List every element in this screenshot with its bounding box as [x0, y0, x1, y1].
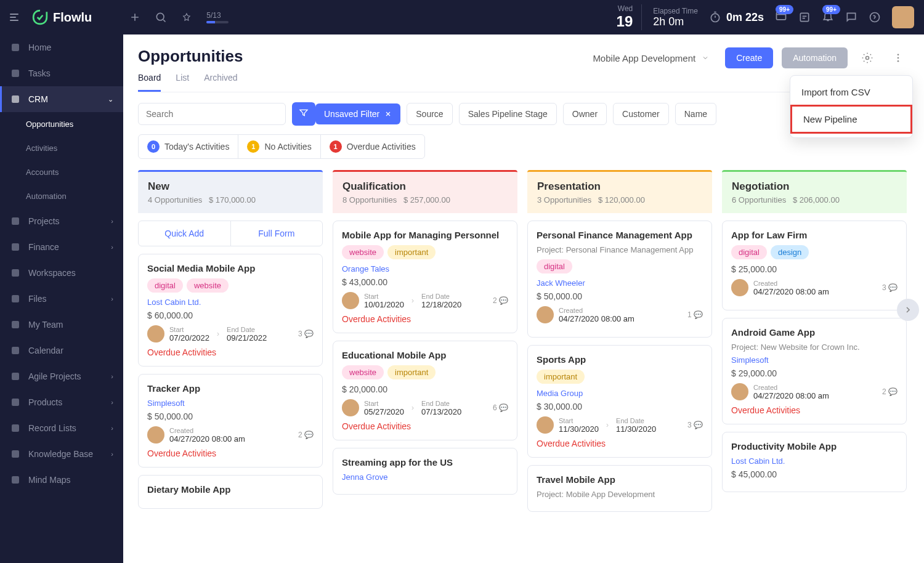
card-link[interactable]: Lost Cabin Ltd. [147, 298, 314, 307]
sidebar-item-products[interactable]: Products› [0, 389, 123, 415]
overdue-indicator[interactable]: Overdue Activities [537, 439, 703, 448]
opportunity-card[interactable]: Educational Mobile Appwebsiteimportant$ … [333, 341, 517, 440]
opportunity-card[interactable]: Mobile App for Managing Personnelwebsite… [333, 221, 517, 333]
filter-chip-owner[interactable]: Owner [563, 103, 607, 125]
filter-chip-sales-pipeline-stage[interactable]: Sales Pipeline Stage [459, 103, 557, 125]
tag[interactable]: website [342, 245, 384, 259]
dropdown-item-new-pipeline[interactable]: New Pipeline [790, 105, 912, 134]
sidebar-item-knowledge-base[interactable]: Knowledge Base› [0, 441, 123, 467]
tag[interactable]: important [387, 245, 436, 259]
more-button[interactable] [887, 47, 909, 69]
tag[interactable]: website [187, 278, 229, 293]
sidebar-item-my-team[interactable]: My Team [0, 312, 123, 338]
help-icon[interactable] [869, 11, 881, 23]
sidebar-item-finance[interactable]: Finance› [0, 234, 123, 260]
tag[interactable]: website [342, 365, 384, 379]
comment-count[interactable]: 2 💬 [882, 387, 898, 396]
card-link[interactable]: Jenna Grove [342, 472, 508, 482]
filter-chip-source[interactable]: Source [407, 103, 452, 125]
sidebar-item-tasks[interactable]: Tasks [0, 60, 123, 86]
brand-logo[interactable]: Flowlu [32, 9, 92, 25]
overdue-indicator[interactable]: Overdue Activities [342, 421, 508, 431]
comment-count[interactable]: 3 💬 [882, 283, 898, 292]
column-header[interactable]: Presentation3 Opportunities $ 120,000.00 [527, 170, 712, 213]
tab-list[interactable]: List [176, 73, 189, 92]
activity-filter-overdue-activities[interactable]: 1Overdue Activities [321, 135, 424, 158]
assignee-avatar[interactable] [731, 279, 748, 296]
opportunity-card[interactable]: Tracker AppSimplesoft$ 50,000.00Created0… [138, 374, 323, 468]
sidebar-item-record-lists[interactable]: Record Lists› [0, 415, 123, 441]
tag[interactable]: design [771, 245, 809, 259]
sidebar-item-calendar[interactable]: Calendar [0, 338, 123, 363]
unsaved-filter-chip[interactable]: Unsaved Filter [315, 103, 400, 124]
tag[interactable]: important [387, 365, 436, 379]
user-avatar[interactable] [892, 6, 914, 28]
search-input[interactable] [138, 103, 286, 125]
card-link[interactable]: Lost Cabin Ltd. [731, 456, 898, 466]
full-form-button[interactable]: Full Form [231, 221, 323, 246]
automation-button[interactable]: Automation [782, 47, 848, 68]
opportunity-card[interactable]: Dietary Mobile App [138, 475, 323, 509]
create-button[interactable]: Create [725, 47, 773, 68]
overdue-indicator[interactable]: Overdue Activities [731, 405, 898, 415]
column-header[interactable]: Qualification8 Opportunities $ 257,000.0… [333, 170, 517, 213]
sidebar-item-crm[interactable]: CRM⌄ [0, 86, 123, 112]
tag[interactable]: digital [537, 259, 572, 273]
opportunity-card[interactable]: Personal Finance Management AppProject: … [527, 221, 712, 338]
overdue-indicator[interactable]: Overdue Activities [147, 448, 314, 458]
comment-count[interactable]: 1 💬 [687, 310, 703, 319]
opportunity-card[interactable]: App for Law Firmdigitaldesign$ 25,000.00… [722, 221, 907, 310]
opportunity-card[interactable]: Android Game AppProject: New Website for… [722, 318, 907, 424]
comment-count[interactable]: 2 💬 [298, 431, 314, 439]
assignee-avatar[interactable] [342, 292, 359, 309]
pin-icon[interactable] [180, 11, 193, 23]
overdue-indicator[interactable]: Overdue Activities [147, 347, 314, 357]
pipeline-selector[interactable]: Mobile App Development [585, 48, 716, 68]
assignee-avatar[interactable] [342, 399, 359, 416]
notes-icon[interactable] [798, 11, 811, 23]
chat-icon[interactable] [845, 11, 857, 23]
sidebar-subitem-automation[interactable]: Automation [0, 184, 123, 208]
sidebar-subitem-accounts[interactable]: Accounts [0, 160, 123, 184]
assignee-avatar[interactable] [731, 383, 748, 400]
assignee-avatar[interactable] [537, 306, 554, 323]
sidebar-item-workspaces[interactable]: Workspaces [0, 260, 123, 286]
activity-filter-no-activities[interactable]: 1No Activities [238, 135, 320, 158]
onboarding-progress[interactable]: 5/13 [206, 11, 229, 23]
card-link[interactable]: Simplesoft [147, 399, 314, 408]
search-icon[interactable] [155, 11, 167, 23]
tag[interactable]: important [537, 370, 585, 384]
comment-count[interactable]: 2 💬 [493, 296, 508, 305]
overdue-indicator[interactable]: Overdue Activities [342, 314, 508, 324]
assignee-avatar[interactable] [147, 325, 164, 342]
comment-count[interactable]: 3 💬 [298, 330, 314, 338]
filter-funnel-button[interactable] [292, 102, 315, 126]
quick-add-button[interactable]: Quick Add [139, 221, 231, 246]
date-widget[interactable]: Wed 19 [617, 4, 642, 30]
column-header[interactable]: Negotiation6 Opportunities $ 206,000.00 [722, 170, 907, 213]
assignee-avatar[interactable] [537, 416, 554, 434]
sidebar-item-files[interactable]: Files› [0, 286, 123, 312]
opportunity-card[interactable]: Sports AppimportantMedia Group$ 30,000.0… [527, 345, 712, 458]
sidebar-item-projects[interactable]: Projects› [0, 208, 123, 234]
tag[interactable]: digital [731, 245, 767, 259]
card-link[interactable]: Orange Tales [342, 264, 508, 273]
dropdown-item-import-from-csv[interactable]: Import from CSV [790, 79, 912, 105]
assignee-avatar[interactable] [147, 426, 164, 444]
sidebar-item-agile-projects[interactable]: Agile Projects› [0, 363, 123, 389]
opportunity-card[interactable]: Social Media Mobile AppdigitalwebsiteLos… [138, 254, 323, 367]
opportunity-card[interactable]: Productivity Mobile AppLost Cabin Ltd.$ … [722, 432, 907, 492]
filter-chip-customer[interactable]: Customer [613, 103, 669, 125]
timer-widget[interactable]: 0m 22s [709, 11, 775, 24]
add-icon[interactable] [129, 11, 141, 23]
card-link[interactable]: Jack Wheeler [537, 278, 703, 288]
scroll-right-button[interactable] [897, 299, 919, 321]
tag[interactable]: digital [147, 278, 183, 293]
tab-archived[interactable]: Archived [204, 73, 237, 92]
opportunity-card[interactable]: Streaming app for the USJenna Grove [333, 448, 517, 495]
activity-filter-today-s-activities[interactable]: 0Today's Activities [139, 135, 238, 158]
sidebar-subitem-opportunities[interactable]: Opportunities [0, 112, 123, 136]
card-link[interactable]: Simplesoft [731, 355, 898, 365]
column-header[interactable]: New4 Opportunities $ 170,000.00 [138, 170, 323, 213]
notifications-button[interactable]: 99+ [822, 10, 834, 25]
